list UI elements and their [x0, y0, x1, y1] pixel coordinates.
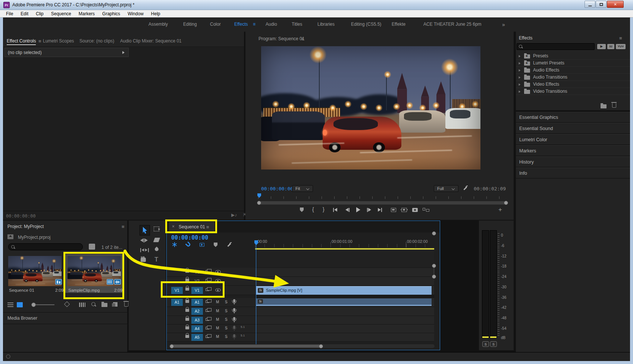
workspace-tab-titles[interactable]: Titles: [292, 22, 302, 27]
panel-essential-graphics[interactable]: Essential Graphics: [516, 112, 630, 123]
workspace-tab-editing-cs55[interactable]: Editing (CS5.5): [351, 22, 381, 27]
find-icon[interactable]: [91, 302, 96, 307]
chevron-right-icon[interactable]: [519, 62, 521, 64]
lock-icon[interactable]: [185, 288, 189, 291]
project-breadcrumb[interactable]: MyProject.prproj: [18, 235, 50, 240]
scrollbar-knob-left[interactable]: [257, 201, 261, 205]
pen-tool[interactable]: [154, 247, 159, 252]
tab-lumetri-scopes[interactable]: Lumetri Scopes: [43, 38, 74, 44]
sync-lock-icon[interactable]: [206, 309, 209, 312]
chevron-right-icon[interactable]: [519, 91, 521, 93]
h-scroll-knob-right[interactable]: [319, 344, 323, 348]
audio-clip[interactable]: fx: [256, 298, 432, 306]
h-scroll-knob-left[interactable]: [170, 344, 174, 348]
lock-icon[interactable]: [185, 335, 189, 338]
solo-button[interactable]: S: [225, 335, 228, 339]
scrollbar-knob-right[interactable]: [504, 201, 508, 205]
lock-icon[interactable]: [185, 326, 189, 329]
new-item-icon[interactable]: [113, 302, 117, 307]
type-tool[interactable]: T: [154, 256, 158, 263]
fit-dropdown[interactable]: Fit: [292, 185, 313, 192]
mute-button[interactable]: M: [216, 335, 219, 339]
effect-controls-menu-icon[interactable]: ≡: [38, 38, 41, 44]
lift-icon[interactable]: [391, 208, 396, 212]
project-search-input[interactable]: [8, 243, 83, 250]
tab-audio-clip-mixer[interactable]: Audio Clip Mixer: Sequence 01: [120, 38, 182, 44]
track-label[interactable]: V3: [191, 269, 203, 276]
video-clip[interactable]: fx SampleClip.mpg [V]: [256, 286, 432, 295]
thumbnail-zoom-knob[interactable]: [31, 303, 36, 307]
menu-file[interactable]: File: [2, 10, 17, 17]
automate-to-sequence-icon[interactable]: [79, 303, 85, 307]
mute-button[interactable]: M: [216, 326, 219, 330]
panel-history[interactable]: History: [516, 156, 630, 167]
add-marker-icon[interactable]: [300, 208, 304, 212]
workspace-tab-effekte[interactable]: Effekte: [392, 22, 405, 27]
tab-close-icon[interactable]: ×: [172, 224, 175, 229]
program-title[interactable]: Program: Sequence 01: [258, 36, 304, 41]
list-view-icon[interactable]: [7, 303, 13, 307]
menu-edit[interactable]: Edit: [17, 10, 32, 17]
ruler-minor-ticks[interactable]: [255, 244, 434, 247]
button-editor-icon[interactable]: [423, 208, 425, 211]
delete-icon[interactable]: [124, 302, 128, 307]
maximize-button[interactable]: [596, 1, 607, 8]
item-name[interactable]: SampleClip.mpg: [68, 288, 100, 292]
lock-icon[interactable]: [185, 309, 189, 312]
extract-icon[interactable]: [401, 208, 407, 212]
chevron-right-icon[interactable]: [519, 69, 521, 72]
track-select-forward-tool[interactable]: [154, 227, 159, 231]
selection-tool[interactable]: [140, 225, 150, 235]
minimize-button[interactable]: [585, 1, 595, 8]
sync-lock-icon[interactable]: [206, 327, 209, 329]
track-label[interactable]: A5: [191, 334, 203, 341]
menu-sequence[interactable]: Sequence: [47, 10, 75, 17]
mute-button[interactable]: M: [216, 309, 219, 313]
workspace-tab-libraries[interactable]: Libraries: [317, 22, 335, 27]
play-audio-icon[interactable]: ▶♪: [231, 212, 237, 218]
mark-out-icon[interactable]: }: [323, 206, 325, 212]
play-button[interactable]: [356, 207, 360, 212]
h-zoom-knob-right[interactable]: [432, 231, 436, 235]
v-scroll-knob-bottom[interactable]: [432, 275, 436, 279]
timeline-timecode[interactable]: 00:00:00:00: [171, 234, 208, 241]
program-seek-ruler[interactable]: [258, 196, 508, 199]
a5-lane[interactable]: [255, 333, 434, 342]
a3-lane[interactable]: [255, 316, 434, 325]
panel-essential-sound[interactable]: Essential Sound: [516, 123, 630, 134]
go-to-in-icon[interactable]: [333, 208, 337, 212]
track-label[interactable]: A1: [191, 299, 203, 306]
new-bin-icon[interactable]: [601, 104, 607, 108]
a2-lane[interactable]: [255, 307, 434, 316]
title-bar[interactable]: Pr Adobe Premiere Pro CC 2017 - C:\Proje…: [0, 0, 633, 10]
program-scrollbar[interactable]: [258, 201, 508, 205]
solo-right-button[interactable]: S: [490, 341, 497, 347]
mute-button[interactable]: M: [216, 317, 219, 322]
effects-title[interactable]: Effects: [519, 35, 532, 41]
step-forward-icon[interactable]: [367, 208, 371, 212]
menu-help[interactable]: Help: [147, 10, 164, 17]
sort-icon[interactable]: [64, 301, 70, 307]
source-patch-v1[interactable]: V1: [171, 287, 183, 294]
program-video[interactable]: [261, 46, 480, 170]
chevron-right-icon[interactable]: [519, 83, 521, 86]
playback-resolution-dropdown[interactable]: Full: [434, 185, 458, 192]
panel-lumetri-color[interactable]: Lumetri Color: [516, 134, 630, 145]
solo-button[interactable]: S: [225, 309, 228, 313]
tab-label[interactable]: Sequence 01: [179, 224, 205, 230]
icon-view-icon[interactable]: [17, 302, 23, 307]
workspace-overflow-icon[interactable]: »: [502, 22, 505, 28]
step-back-icon[interactable]: [345, 208, 350, 212]
close-button[interactable]: ×: [607, 1, 624, 8]
project-title[interactable]: Project: MyProject: [7, 224, 44, 229]
workspace-tab-color[interactable]: Color: [210, 22, 221, 27]
thumbnail-zoom-slider[interactable]: [36, 304, 54, 305]
hand-tool[interactable]: [141, 257, 146, 262]
voiceover-record-icon[interactable]: [233, 334, 235, 338]
mute-button[interactable]: M: [216, 300, 219, 304]
sync-lock-icon[interactable]: [206, 300, 209, 303]
tab-source[interactable]: Source: (no clips): [79, 38, 114, 44]
sync-lock-icon[interactable]: [206, 335, 209, 338]
solo-button[interactable]: S: [225, 326, 228, 330]
solo-left-button[interactable]: S: [482, 341, 489, 347]
